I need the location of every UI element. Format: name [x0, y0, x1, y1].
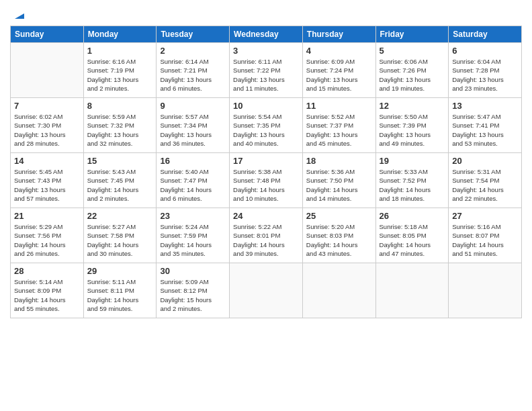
- day-cell-17: 17Sunrise: 5:38 AM Sunset: 7:48 PM Dayli…: [230, 153, 303, 208]
- day-number: 11: [306, 101, 372, 111]
- day-info: Sunrise: 5:40 AM Sunset: 7:47 PM Dayligh…: [160, 167, 226, 203]
- day-info: Sunrise: 5:59 AM Sunset: 7:32 PM Dayligh…: [87, 112, 153, 148]
- day-number: 19: [380, 156, 445, 166]
- day-number: 21: [14, 211, 80, 221]
- day-info: Sunrise: 5:33 AM Sunset: 7:52 PM Dayligh…: [380, 167, 445, 203]
- day-info: Sunrise: 5:31 AM Sunset: 7:54 PM Dayligh…: [452, 167, 518, 203]
- day-info: Sunrise: 5:54 AM Sunset: 7:35 PM Dayligh…: [233, 112, 299, 148]
- day-cell-2: 2Sunrise: 6:14 AM Sunset: 7:21 PM Daylig…: [157, 43, 230, 98]
- day-cell-23: 23Sunrise: 5:24 AM Sunset: 7:59 PM Dayli…: [157, 208, 230, 263]
- day-cell-13: 13Sunrise: 5:47 AM Sunset: 7:41 PM Dayli…: [449, 98, 522, 153]
- weekday-tuesday: Tuesday: [157, 26, 230, 43]
- day-cell-15: 15Sunrise: 5:43 AM Sunset: 7:45 PM Dayli…: [83, 153, 157, 208]
- day-info: Sunrise: 5:20 AM Sunset: 8:03 PM Dayligh…: [306, 222, 372, 258]
- day-cell-4: 4Sunrise: 6:09 AM Sunset: 7:24 PM Daylig…: [302, 43, 375, 98]
- empty-cell: [230, 263, 303, 318]
- day-number: 10: [233, 101, 299, 111]
- day-info: Sunrise: 6:06 AM Sunset: 7:26 PM Dayligh…: [380, 57, 445, 93]
- day-cell-1: 1Sunrise: 6:16 AM Sunset: 7:19 PM Daylig…: [83, 43, 157, 98]
- weekday-header-row: SundayMondayTuesdayWednesdayThursdayFrid…: [11, 26, 522, 43]
- day-cell-14: 14Sunrise: 5:45 AM Sunset: 7:43 PM Dayli…: [11, 153, 84, 208]
- day-info: Sunrise: 5:29 AM Sunset: 7:56 PM Dayligh…: [14, 222, 80, 258]
- day-cell-3: 3Sunrise: 6:11 AM Sunset: 7:22 PM Daylig…: [230, 43, 303, 98]
- logo-text: [10, 7, 26, 20]
- day-info: Sunrise: 5:16 AM Sunset: 8:07 PM Dayligh…: [452, 222, 518, 258]
- day-info: Sunrise: 5:47 AM Sunset: 7:41 PM Dayligh…: [452, 112, 518, 148]
- day-number: 7: [14, 101, 80, 111]
- day-cell-24: 24Sunrise: 5:22 AM Sunset: 8:01 PM Dayli…: [230, 208, 303, 263]
- day-number: 3: [233, 46, 299, 56]
- svg-marker-0: [15, 13, 24, 19]
- day-cell-25: 25Sunrise: 5:20 AM Sunset: 8:03 PM Dayli…: [302, 208, 375, 263]
- week-row-5: 28Sunrise: 5:14 AM Sunset: 8:09 PM Dayli…: [11, 263, 522, 318]
- calendar-table: SundayMondayTuesdayWednesdayThursdayFrid…: [10, 26, 522, 318]
- day-number: 9: [160, 101, 226, 111]
- empty-cell: [302, 263, 375, 318]
- day-info: Sunrise: 5:14 AM Sunset: 8:09 PM Dayligh…: [14, 277, 80, 313]
- day-number: 23: [160, 211, 226, 221]
- day-cell-16: 16Sunrise: 5:40 AM Sunset: 7:47 PM Dayli…: [157, 153, 230, 208]
- day-info: Sunrise: 5:36 AM Sunset: 7:50 PM Dayligh…: [306, 167, 372, 203]
- empty-cell: [375, 263, 449, 318]
- day-number: 4: [306, 46, 372, 56]
- day-number: 2: [160, 46, 226, 56]
- day-cell-19: 19Sunrise: 5:33 AM Sunset: 7:52 PM Dayli…: [375, 153, 449, 208]
- week-row-1: 1Sunrise: 6:16 AM Sunset: 7:19 PM Daylig…: [11, 43, 522, 98]
- day-cell-28: 28Sunrise: 5:14 AM Sunset: 8:09 PM Dayli…: [11, 263, 84, 318]
- day-cell-20: 20Sunrise: 5:31 AM Sunset: 7:54 PM Dayli…: [449, 153, 522, 208]
- day-number: 15: [87, 156, 153, 166]
- day-number: 17: [233, 156, 299, 166]
- empty-cell: [449, 263, 522, 318]
- day-cell-30: 30Sunrise: 5:09 AM Sunset: 8:12 PM Dayli…: [157, 263, 230, 318]
- day-number: 26: [380, 211, 445, 221]
- day-info: Sunrise: 5:27 AM Sunset: 7:58 PM Dayligh…: [87, 222, 153, 258]
- week-row-4: 21Sunrise: 5:29 AM Sunset: 7:56 PM Dayli…: [11, 208, 522, 263]
- weekday-saturday: Saturday: [449, 26, 522, 43]
- day-cell-26: 26Sunrise: 5:18 AM Sunset: 8:05 PM Dayli…: [375, 208, 449, 263]
- day-cell-11: 11Sunrise: 5:52 AM Sunset: 7:37 PM Dayli…: [302, 98, 375, 153]
- day-cell-22: 22Sunrise: 5:27 AM Sunset: 7:58 PM Dayli…: [83, 208, 157, 263]
- day-info: Sunrise: 6:09 AM Sunset: 7:24 PM Dayligh…: [306, 57, 372, 93]
- header: [10, 7, 522, 20]
- day-info: Sunrise: 5:18 AM Sunset: 8:05 PM Dayligh…: [380, 222, 445, 258]
- page: SundayMondayTuesdayWednesdayThursdayFrid…: [0, 0, 532, 411]
- day-cell-8: 8Sunrise: 5:59 AM Sunset: 7:32 PM Daylig…: [83, 98, 157, 153]
- day-cell-5: 5Sunrise: 6:06 AM Sunset: 7:26 PM Daylig…: [375, 43, 449, 98]
- weekday-monday: Monday: [83, 26, 157, 43]
- day-info: Sunrise: 5:45 AM Sunset: 7:43 PM Dayligh…: [14, 167, 80, 203]
- day-info: Sunrise: 5:09 AM Sunset: 8:12 PM Dayligh…: [160, 277, 226, 313]
- day-info: Sunrise: 5:24 AM Sunset: 7:59 PM Dayligh…: [160, 222, 226, 258]
- day-number: 30: [160, 266, 226, 276]
- day-info: Sunrise: 5:11 AM Sunset: 8:11 PM Dayligh…: [87, 277, 153, 313]
- day-number: 25: [306, 211, 372, 221]
- day-cell-7: 7Sunrise: 6:02 AM Sunset: 7:30 PM Daylig…: [11, 98, 84, 153]
- day-info: Sunrise: 5:22 AM Sunset: 8:01 PM Dayligh…: [233, 222, 299, 258]
- day-number: 16: [160, 156, 226, 166]
- logo: [10, 7, 26, 20]
- day-cell-6: 6Sunrise: 6:04 AM Sunset: 7:28 PM Daylig…: [449, 43, 522, 98]
- day-number: 14: [14, 156, 80, 166]
- day-number: 18: [306, 156, 372, 166]
- day-number: 8: [87, 101, 153, 111]
- day-info: Sunrise: 6:11 AM Sunset: 7:22 PM Dayligh…: [233, 57, 299, 93]
- day-number: 12: [380, 101, 445, 111]
- empty-cell: [11, 43, 84, 98]
- day-info: Sunrise: 5:38 AM Sunset: 7:48 PM Dayligh…: [233, 167, 299, 203]
- day-info: Sunrise: 6:04 AM Sunset: 7:28 PM Dayligh…: [452, 57, 518, 93]
- day-cell-27: 27Sunrise: 5:16 AM Sunset: 8:07 PM Dayli…: [449, 208, 522, 263]
- day-cell-9: 9Sunrise: 5:57 AM Sunset: 7:34 PM Daylig…: [157, 98, 230, 153]
- day-number: 24: [233, 211, 299, 221]
- day-cell-18: 18Sunrise: 5:36 AM Sunset: 7:50 PM Dayli…: [302, 153, 375, 208]
- day-cell-29: 29Sunrise: 5:11 AM Sunset: 8:11 PM Dayli…: [83, 263, 157, 318]
- day-cell-12: 12Sunrise: 5:50 AM Sunset: 7:39 PM Dayli…: [375, 98, 449, 153]
- week-row-2: 7Sunrise: 6:02 AM Sunset: 7:30 PM Daylig…: [11, 98, 522, 153]
- day-info: Sunrise: 6:14 AM Sunset: 7:21 PM Dayligh…: [160, 57, 226, 93]
- day-number: 28: [14, 266, 80, 276]
- weekday-friday: Friday: [375, 26, 449, 43]
- day-number: 22: [87, 211, 153, 221]
- day-cell-21: 21Sunrise: 5:29 AM Sunset: 7:56 PM Dayli…: [11, 208, 84, 263]
- weekday-wednesday: Wednesday: [230, 26, 303, 43]
- day-cell-10: 10Sunrise: 5:54 AM Sunset: 7:35 PM Dayli…: [230, 98, 303, 153]
- day-number: 1: [87, 46, 153, 56]
- day-info: Sunrise: 5:50 AM Sunset: 7:39 PM Dayligh…: [380, 112, 445, 148]
